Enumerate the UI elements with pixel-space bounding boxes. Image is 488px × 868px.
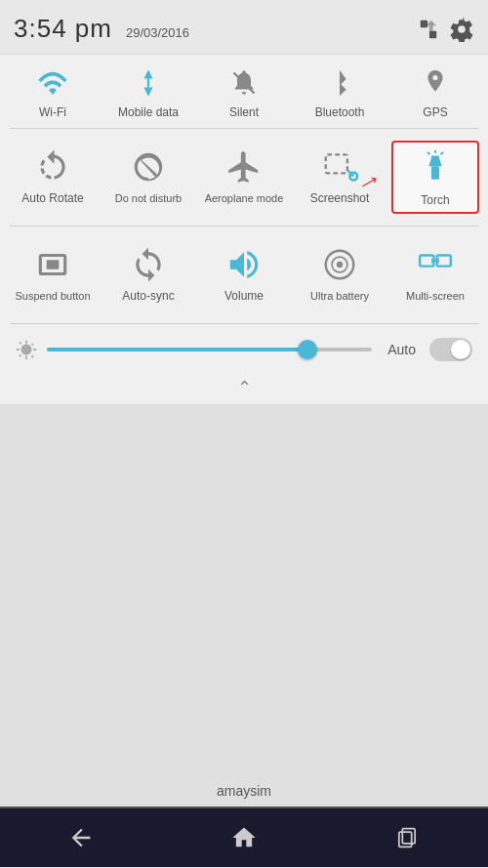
auto-brightness-toggle[interactable]: [429, 338, 472, 361]
navigation-bar: [0, 808, 488, 867]
back-button[interactable]: [52, 818, 110, 857]
suspend-button-icon: [32, 244, 73, 285]
do-not-disturb-icon: [128, 146, 169, 187]
volume-label: Volume: [224, 289, 264, 305]
mobile-data-label: Mobile data: [118, 105, 179, 119]
screenshot-toggle[interactable]: Screenshot: [296, 141, 384, 214]
brightness-fill: [47, 348, 307, 351]
auto-sync-icon: [128, 244, 169, 285]
status-date: 29/03/2016: [126, 25, 189, 40]
auto-rotate-icon: [32, 146, 73, 187]
feature-row-1: Auto Rotate Do not disturb Aeroplane mod…: [0, 133, 488, 222]
gps-toggle[interactable]: GPS: [391, 64, 479, 119]
multi-screen-icon: [415, 244, 456, 285]
aeroplane-label: Aeroplane mode: [205, 191, 284, 205]
volume-icon: [224, 244, 264, 285]
multi-screen-toggle[interactable]: Multi-screen: [391, 238, 479, 311]
auto-rotate-toggle[interactable]: Auto Rotate: [9, 141, 97, 214]
empty-area: [0, 404, 488, 775]
torch-icon: [415, 148, 456, 189]
svg-rect-1: [429, 30, 436, 37]
svg-rect-2: [147, 78, 149, 87]
svg-point-17: [337, 262, 343, 268]
status-bar: 3:54 pm 29/03/2016: [0, 0, 488, 54]
brightness-thumb[interactable]: [298, 340, 317, 359]
auto-brightness-knob: [451, 340, 470, 359]
status-icons: [418, 17, 474, 42]
brightness-icon: [16, 339, 37, 360]
bluetooth-icon: [321, 64, 358, 102]
collapse-button[interactable]: ⌃: [0, 371, 488, 404]
separator-2: [10, 226, 478, 227]
gps-label: GPS: [423, 105, 447, 119]
mobile-data-toggle[interactable]: Mobile data: [104, 64, 192, 119]
do-not-disturb-label: Do not disturb: [115, 191, 182, 205]
separator-3: [10, 323, 478, 324]
bluetooth-toggle[interactable]: Bluetooth: [296, 64, 384, 119]
wifi-icon: [34, 64, 71, 102]
notification-panel: Wi-Fi Mobile data Silent: [0, 54, 488, 404]
svg-rect-23: [398, 832, 411, 847]
connectivity-row: Wi-Fi Mobile data Silent: [0, 55, 488, 124]
gps-icon: [417, 64, 454, 102]
svg-line-12: [427, 152, 430, 154]
svg-rect-7: [431, 166, 439, 180]
silent-toggle[interactable]: Silent: [200, 64, 288, 119]
transfer-icon: [418, 19, 439, 40]
recents-button[interactable]: [378, 818, 436, 857]
silent-icon: [225, 64, 263, 102]
silent-label: Silent: [229, 105, 259, 119]
separator-1: [10, 128, 478, 129]
svg-rect-0: [421, 20, 427, 26]
aeroplane-icon: [224, 146, 264, 187]
ultra-battery-label: Ultra battery: [310, 289, 369, 303]
status-time: 3:54 pm: [14, 14, 112, 44]
bluetooth-label: Bluetooth: [315, 105, 365, 119]
home-button[interactable]: [215, 818, 273, 857]
carrier-area: amaysim: [0, 775, 488, 806]
collapse-icon: ⌃: [237, 377, 252, 398]
auto-sync-label: Auto-sync: [122, 289, 174, 305]
torch-label: Torch: [421, 193, 449, 209]
mobile-data-icon: [130, 64, 167, 102]
ultra-battery-toggle[interactable]: Ultra battery: [296, 238, 384, 311]
auto-sync-toggle[interactable]: Auto-sync: [104, 238, 192, 311]
svg-rect-24: [402, 829, 415, 844]
do-not-disturb-toggle[interactable]: Do not disturb: [104, 141, 192, 214]
svg-rect-9: [431, 155, 439, 159]
multi-screen-label: Multi-screen: [406, 289, 465, 303]
screenshot-label: Screenshot: [310, 191, 370, 207]
suspend-button-toggle[interactable]: Suspend button: [9, 238, 97, 311]
aeroplane-toggle[interactable]: Aeroplane mode: [200, 141, 288, 214]
wifi-label: Wi-Fi: [39, 105, 66, 119]
wifi-toggle[interactable]: Wi-Fi: [9, 64, 97, 119]
ultra-battery-icon: [319, 244, 360, 285]
torch-toggle[interactable]: Torch: [391, 141, 479, 214]
settings-icon[interactable]: [449, 17, 474, 42]
svg-rect-4: [326, 154, 347, 173]
auto-rotate-label: Auto Rotate: [21, 191, 83, 207]
svg-rect-14: [47, 260, 60, 269]
feature-row-2: Suspend button Auto-sync Volume: [0, 230, 488, 319]
carrier-label: amaysim: [217, 783, 271, 799]
screenshot-icon: [319, 146, 360, 187]
suspend-button-label: Suspend button: [15, 289, 90, 303]
svg-line-11: [440, 152, 443, 154]
auto-brightness-label: Auto: [387, 342, 416, 357]
brightness-row: Auto: [0, 328, 488, 371]
volume-toggle[interactable]: Volume: [200, 238, 288, 311]
brightness-slider[interactable]: [47, 348, 372, 351]
